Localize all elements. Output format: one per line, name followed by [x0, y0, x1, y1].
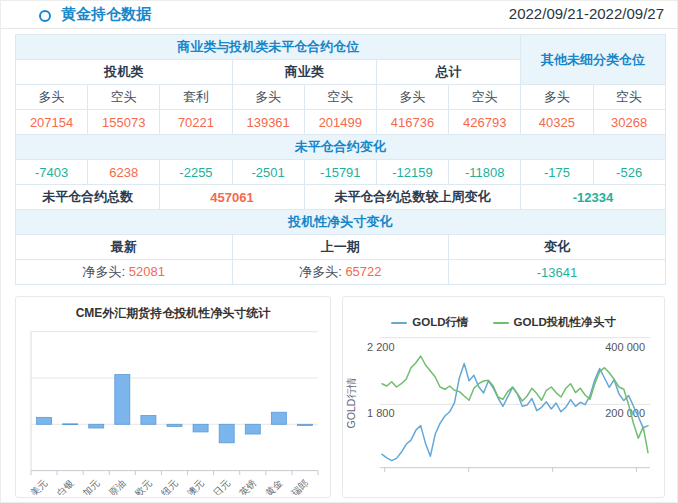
y-axis-title: GOLD行情: [345, 377, 357, 428]
table-cell: 未平仓合约总数: [16, 185, 160, 210]
table-cell: 40325: [521, 110, 593, 135]
x-axis-label: 原油: [107, 477, 128, 495]
page: 黄金持仓数据 2022/09/21-2022/09/27 商业类与投机类未平仓合…: [0, 0, 678, 503]
table-header-commercial-speculative: 商业类与投机类未平仓合约仓位: [16, 35, 521, 60]
table-cell: -175: [521, 160, 593, 185]
left-axis-tick-label: 2 200: [367, 341, 395, 353]
x-axis-label: 白银: [54, 477, 76, 495]
table-row: 投机性净头寸变化: [16, 210, 666, 235]
positions-table: 商业类与投机类未平仓合约仓位其他未细分类仓位投机类商业类总计多头空头套利多头空头…: [16, 35, 666, 285]
table-row: 多头空头套利多头空头多头空头多头空头: [16, 85, 666, 110]
net-long-change-cell: -13641: [449, 260, 666, 285]
table-cell: 457061: [160, 185, 304, 210]
x-axis-label: 澳元: [185, 477, 207, 495]
table-cell: 70221: [160, 110, 232, 135]
x-axis-label: 纽元: [159, 477, 181, 495]
x-axis-label: 黄金: [263, 477, 285, 495]
table-cell: -7403: [16, 160, 88, 185]
table-cell: 30268: [593, 110, 665, 135]
cme-net-position-panel: CME外汇期货持仓投机性净头寸统计 美元白银加元原油欧元纽元澳元日元英镑黄金瑞郎: [15, 296, 331, 498]
table-header-speculative-net-change: 投机性净头寸变化: [16, 210, 666, 235]
table-cell: 多头: [376, 85, 448, 110]
bar[interactable]: [141, 416, 156, 425]
table-cell: 变化: [449, 235, 666, 260]
table-cell: 空头: [593, 85, 665, 110]
date-range: 2022/09/21-2022/09/27: [509, 5, 664, 22]
bar[interactable]: [219, 424, 234, 443]
table-cell: 426793: [449, 110, 521, 135]
table-cell: 上一期: [232, 235, 449, 260]
positions-table-wrap: 商业类与投机类未平仓合约仓位其他未细分类仓位投机类商业类总计多头空头套利多头空头…: [15, 34, 666, 285]
bar[interactable]: [297, 424, 312, 425]
bar[interactable]: [271, 412, 286, 424]
x-axis-label: 瑞郎: [288, 477, 310, 495]
bar[interactable]: [193, 424, 208, 432]
x-axis-label: 美元: [28, 477, 50, 495]
latest-net-long-cell: 净多头: 52081: [16, 260, 233, 285]
bar[interactable]: [89, 424, 104, 428]
table-cell: -2501: [232, 160, 304, 185]
table-cell: 总计: [376, 60, 520, 85]
table-cell: -526: [593, 160, 665, 185]
positions-table-el: 商业类与投机类未平仓合约仓位其他未细分类仓位投机类商业类总计多头空头套利多头空头…: [15, 34, 666, 285]
left-axis-tick-label: 1 800: [367, 407, 395, 419]
x-axis-label: 欧元: [133, 477, 155, 495]
table-cell: -12334: [521, 185, 665, 210]
table-cell: 未平仓合约总数较上周变化: [304, 185, 521, 210]
table-cell: 多头: [521, 85, 593, 110]
x-axis-label: 加元: [80, 477, 102, 495]
table-cell: -11808: [449, 160, 521, 185]
table-row: 商业类与投机类未平仓合约仓位其他未细分类仓位: [16, 35, 666, 60]
table-cell: 多头: [16, 85, 88, 110]
gold-line-chart-panel: GOLD行情GOLD投机性净头寸 2 2001 800400 000200 00…: [342, 296, 665, 498]
table-cell: 155073: [88, 110, 160, 135]
table-cell: 空头: [304, 85, 376, 110]
table-cell: 416736: [376, 110, 448, 135]
right-axis-tick-label: 400 000: [605, 341, 645, 353]
table-cell: 多头: [232, 85, 304, 110]
table-header-open-interest-change: 未平仓合约变化: [16, 135, 666, 160]
table-cell: 207154: [16, 110, 88, 135]
bullet-circle-icon: [39, 10, 51, 22]
page-header: 黄金持仓数据 2022/09/21-2022/09/27: [1, 1, 677, 29]
cme-net-position-bar-chart[interactable]: 美元白银加元原油欧元纽元澳元日元英镑黄金瑞郎: [16, 297, 330, 495]
table-cell: 投机类: [16, 60, 233, 85]
previous-net-long-cell: 净多头: 65722: [232, 260, 449, 285]
table-row: -74036238-2255-2501-15791-12159-11808-17…: [16, 160, 666, 185]
table-cell: -2255: [160, 160, 232, 185]
table-cell: 空头: [449, 85, 521, 110]
page-title: 黄金持仓数据: [61, 5, 151, 24]
table-cell: -15791: [304, 160, 376, 185]
table-row: 未平仓合约变化: [16, 135, 666, 160]
table-header-other-unclassified: 其他未细分类仓位: [521, 35, 665, 85]
table-row: 2071541550737022113936120149941673642679…: [16, 110, 666, 135]
bar[interactable]: [167, 424, 182, 426]
gold-line-chart[interactable]: 2 2001 800400 000200 000GOLD行情: [343, 297, 664, 495]
bar[interactable]: [245, 424, 260, 434]
table-row: 净多头: 52081净多头: 65722-13641: [16, 260, 666, 285]
bar[interactable]: [37, 417, 52, 424]
x-axis-label: 英镑: [237, 477, 259, 495]
table-cell: 套利: [160, 85, 232, 110]
table-cell: -12159: [376, 160, 448, 185]
table-cell: 空头: [88, 85, 160, 110]
table-cell: 201499: [304, 110, 376, 135]
table-row: 未平仓合约总数457061未平仓合约总数较上周变化-12334: [16, 185, 666, 210]
table-cell: 6238: [88, 160, 160, 185]
x-axis-label: 日元: [211, 477, 233, 495]
table-cell: 139361: [232, 110, 304, 135]
bar[interactable]: [115, 375, 130, 425]
table-row: 最新上一期变化: [16, 235, 666, 260]
table-cell: 最新: [16, 235, 233, 260]
table-cell: 商业类: [232, 60, 376, 85]
bar[interactable]: [63, 424, 78, 425]
